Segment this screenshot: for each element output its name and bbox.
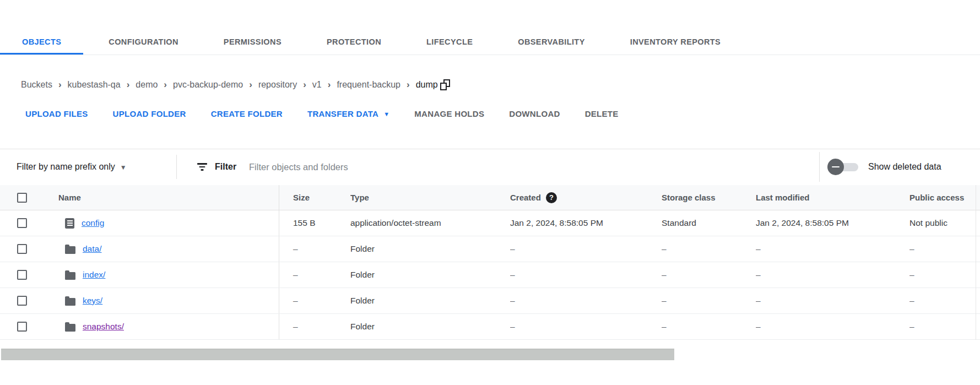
cell-created: – bbox=[510, 314, 662, 339]
row-checkbox[interactable] bbox=[17, 322, 27, 332]
vertical-divider bbox=[176, 155, 177, 179]
vertical-divider bbox=[819, 152, 820, 182]
cell-created: Jan 2, 2024, 8:58:05 PM bbox=[510, 210, 662, 236]
filter-scope-label: Filter by name prefix only bbox=[17, 162, 115, 172]
download-button[interactable]: DOWNLOAD bbox=[509, 109, 560, 118]
row-checkbox[interactable] bbox=[17, 296, 27, 306]
object-link-keys[interactable]: keys/ bbox=[83, 296, 102, 306]
chevron-down-icon: ▼ bbox=[120, 164, 127, 171]
breadcrumb-item-buckets[interactable]: Buckets bbox=[21, 80, 52, 90]
column-header-created[interactable]: Created bbox=[510, 193, 541, 202]
row-checkbox[interactable] bbox=[17, 244, 27, 254]
tab-observability[interactable]: OBSERVABILITY bbox=[498, 30, 604, 55]
chevron-right-icon: › bbox=[164, 80, 167, 90]
delete-button[interactable]: DELETE bbox=[585, 109, 619, 118]
cell-storage-class: – bbox=[662, 314, 756, 339]
cell-name: data/ bbox=[48, 236, 279, 262]
cell-last-modified: Jan 2, 2024, 8:58:05 PM bbox=[756, 210, 909, 236]
chevron-right-icon: › bbox=[303, 80, 306, 90]
breadcrumb-current: dump bbox=[416, 80, 438, 90]
breadcrumb-item-demo[interactable]: demo bbox=[136, 80, 158, 90]
chevron-down-icon: ▼ bbox=[383, 111, 389, 117]
table-row: data/–Folder–––– bbox=[0, 236, 980, 262]
tab-protection[interactable]: PROTECTION bbox=[307, 30, 401, 55]
cell-last-modified: – bbox=[756, 288, 909, 313]
filter-label: Filter bbox=[215, 149, 236, 185]
action-label: UPLOAD FILES bbox=[25, 109, 88, 118]
copy-icon[interactable] bbox=[440, 79, 451, 91]
chevron-right-icon: › bbox=[407, 80, 410, 90]
select-all-checkbox[interactable] bbox=[17, 193, 27, 203]
tab-lifecycle[interactable]: LIFECYCLE bbox=[407, 30, 492, 55]
cell-created: – bbox=[510, 236, 662, 262]
chevron-right-icon: › bbox=[328, 80, 331, 90]
table-row: config155 Bapplication/octet-streamJan 2… bbox=[0, 210, 980, 236]
cell-public-access: – bbox=[909, 314, 980, 339]
show-deleted-label: Show deleted data bbox=[868, 149, 941, 185]
created-help-icon[interactable]: ? bbox=[546, 192, 557, 203]
cell-checkbox bbox=[0, 288, 48, 313]
row-checkbox[interactable] bbox=[17, 270, 27, 280]
filter-scope-dropdown[interactable]: Filter by name prefix only ▼ bbox=[17, 149, 127, 185]
cell-public-access: – bbox=[909, 288, 980, 313]
breadcrumb-item-v1[interactable]: v1 bbox=[312, 80, 322, 90]
manage-holds-button[interactable]: MANAGE HOLDS bbox=[414, 109, 484, 118]
object-link-config[interactable]: config bbox=[82, 218, 104, 228]
tab-permissions[interactable]: PERMISSIONS bbox=[204, 30, 301, 55]
object-link-snapshots[interactable]: snapshots/ bbox=[83, 322, 124, 332]
column-header-name[interactable]: Name bbox=[48, 185, 279, 210]
upload-files-button[interactable]: UPLOAD FILES bbox=[25, 109, 88, 118]
folder-icon bbox=[65, 246, 75, 254]
filter-input[interactable] bbox=[249, 156, 734, 178]
create-folder-button[interactable]: CREATE FOLDER bbox=[211, 109, 283, 118]
cell-public-access: – bbox=[909, 262, 980, 288]
cell-checkbox bbox=[0, 236, 48, 262]
breadcrumb-item-pvc-backup-demo[interactable]: pvc-backup-demo bbox=[173, 80, 243, 90]
breadcrumb-item-frequent-backup[interactable]: frequent-backup bbox=[337, 80, 400, 90]
action-label: UPLOAD FOLDER bbox=[113, 109, 186, 118]
table-header-row: Name Size Type Created ? Storage class L… bbox=[0, 185, 980, 210]
tab-objects[interactable]: OBJECTS bbox=[0, 30, 83, 55]
table-row: index/–Folder–––– bbox=[0, 262, 980, 288]
breadcrumb-item-repository[interactable]: repository bbox=[258, 80, 297, 90]
column-header-size[interactable]: Size bbox=[279, 185, 350, 210]
file-icon bbox=[65, 218, 74, 229]
bucket-tab-bar: OBJECTSCONFIGURATIONPERMISSIONSPROTECTIO… bbox=[0, 30, 980, 55]
cell-type: Folder bbox=[350, 262, 510, 288]
tab-inventory-reports[interactable]: INVENTORY REPORTS bbox=[610, 30, 740, 55]
cell-storage-class: – bbox=[662, 288, 756, 313]
action-label: DOWNLOAD bbox=[509, 109, 560, 118]
cell-public-access: Not public bbox=[909, 210, 980, 236]
column-header-storage-class[interactable]: Storage class bbox=[662, 185, 756, 210]
cell-type: Folder bbox=[350, 314, 510, 339]
column-header-type[interactable]: Type bbox=[350, 185, 510, 210]
tab-configuration[interactable]: CONFIGURATION bbox=[89, 30, 198, 55]
transfer-data-button[interactable]: TRANSFER DATA▼ bbox=[307, 109, 389, 118]
folder-icon bbox=[65, 324, 75, 332]
column-header-public-access[interactable]: Public access bbox=[909, 185, 980, 210]
object-action-bar: UPLOAD FILESUPLOAD FOLDERCREATE FOLDERTR… bbox=[25, 106, 619, 121]
cell-checkbox bbox=[0, 314, 48, 339]
object-link-index[interactable]: index/ bbox=[83, 270, 105, 280]
cell-checkbox bbox=[0, 262, 48, 288]
toggle-thumb-minus-icon bbox=[827, 159, 844, 175]
chevron-right-icon: › bbox=[127, 80, 130, 90]
folder-icon bbox=[65, 272, 75, 280]
table-row: keys/–Folder–––– bbox=[0, 288, 980, 314]
breadcrumb-item-kubestash-qa[interactable]: kubestash-qa bbox=[68, 80, 121, 90]
show-deleted-toggle[interactable] bbox=[827, 159, 860, 175]
row-checkbox[interactable] bbox=[17, 218, 27, 228]
cell-name: snapshots/ bbox=[48, 314, 279, 339]
cell-size: – bbox=[279, 262, 350, 288]
cell-size: – bbox=[279, 314, 350, 339]
cell-name: config bbox=[48, 210, 279, 236]
cell-last-modified: – bbox=[756, 236, 909, 262]
upload-folder-button[interactable]: UPLOAD FOLDER bbox=[113, 109, 186, 118]
cell-last-modified: – bbox=[756, 262, 909, 288]
object-link-data[interactable]: data/ bbox=[83, 244, 101, 254]
cell-name: keys/ bbox=[48, 288, 279, 313]
cell-storage-class: Standard bbox=[662, 210, 756, 236]
column-header-last-modified[interactable]: Last modified bbox=[756, 185, 909, 210]
horizontal-scrollbar-thumb[interactable] bbox=[1, 349, 674, 360]
cell-created: – bbox=[510, 262, 662, 288]
